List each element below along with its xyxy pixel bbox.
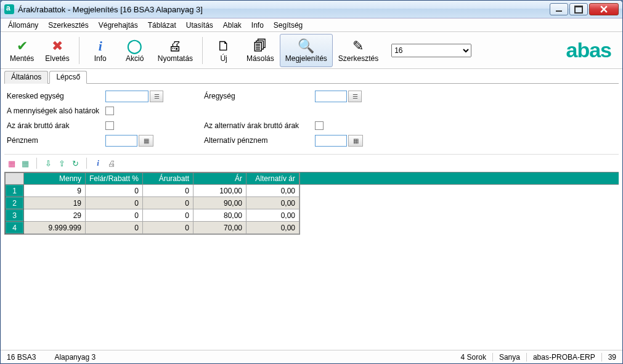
- cell-menny[interactable]: 9.999.999: [24, 222, 86, 234]
- cell-alt[interactable]: 0,00: [246, 222, 299, 234]
- new-button[interactable]: 🗋 Új: [206, 34, 241, 67]
- cell-arurabatt[interactable]: 0: [143, 197, 193, 209]
- rownum-cell[interactable]: 3: [6, 209, 24, 222]
- keresked-egyseg-picker[interactable]: ☰: [150, 91, 163, 102]
- col-ar[interactable]: Ár: [193, 173, 246, 185]
- cell-ar[interactable]: 80,00: [193, 209, 246, 222]
- maximize-button[interactable]: [569, 3, 588, 15]
- cell-felar[interactable]: 0: [86, 222, 143, 234]
- col-arurabatt[interactable]: Árurabatt: [143, 173, 193, 185]
- tab-lepcso[interactable]: Lépcső: [49, 71, 87, 84]
- menu-utasitas[interactable]: Utasítás: [181, 20, 218, 31]
- copy-button[interactable]: 🗐 Másolás: [241, 34, 280, 67]
- status-sorok: 4 Sorok: [461, 353, 486, 362]
- col-felar[interactable]: Felár/Rabatt %: [86, 173, 143, 185]
- cell-felar[interactable]: 0: [86, 209, 143, 222]
- col-menny[interactable]: Menny: [24, 173, 86, 185]
- cell-ar[interactable]: 90,00: [193, 197, 246, 209]
- table-row[interactable]: 3290080,000,00: [6, 209, 299, 222]
- rownum-cell[interactable]: 1: [6, 185, 24, 197]
- table-row[interactable]: 1900100,000,00: [6, 185, 299, 197]
- alt-penznem-input[interactable]: [315, 135, 347, 147]
- rownum-header: [6, 173, 24, 185]
- printer-icon: 🖨: [168, 38, 182, 54]
- brand-logo: abas: [566, 38, 612, 62]
- cell-menny[interactable]: 29: [24, 209, 86, 222]
- app-icon: [4, 4, 14, 14]
- record-select[interactable]: 16: [391, 44, 471, 57]
- menu-ablak[interactable]: Ablak: [218, 20, 246, 31]
- cell-menny[interactable]: 9: [24, 185, 86, 197]
- cell-felar[interactable]: 0: [86, 185, 143, 197]
- grid-add-row-icon[interactable]: ▦: [6, 157, 18, 169]
- magnifier-icon: 🔍: [298, 38, 314, 54]
- penznem-picker[interactable]: ▦: [139, 135, 153, 147]
- cell-arurabatt[interactable]: 0: [143, 209, 193, 222]
- cell-arurabatt[interactable]: 0: [143, 185, 193, 197]
- cell-menny[interactable]: 19: [24, 197, 86, 209]
- keresked-egyseg-input[interactable]: [105, 91, 149, 102]
- alt-brutto-checkbox[interactable]: [315, 121, 324, 130]
- label-penznem: Pénznem: [7, 136, 105, 145]
- close-button[interactable]: [589, 3, 619, 15]
- rownum-cell[interactable]: 4: [6, 222, 24, 234]
- penznem-input[interactable]: [105, 135, 137, 147]
- grid-info-icon[interactable]: i: [92, 157, 104, 169]
- action-icon: ◯: [127, 38, 142, 54]
- cell-ar[interactable]: 70,00: [193, 222, 246, 234]
- status-user: Sanya: [492, 353, 520, 362]
- rownum-cell[interactable]: 2: [6, 197, 24, 209]
- cell-arurabatt[interactable]: 0: [143, 222, 193, 234]
- display-button[interactable]: 🔍 Megjelenítés: [280, 34, 333, 67]
- cell-alt[interactable]: 0,00: [246, 209, 299, 222]
- mennyisegek-also-checkbox[interactable]: [105, 107, 114, 115]
- grid-import-icon[interactable]: ⇧: [55, 157, 68, 169]
- table-row[interactable]: 49.999.9990070,000,00: [6, 222, 299, 234]
- toolbar-separator: [202, 37, 203, 64]
- menu-vegrehajtas[interactable]: Végrehajtás: [94, 20, 143, 31]
- menu-szerkesztes[interactable]: Szerkesztés: [43, 20, 93, 31]
- cell-alt[interactable]: 0,00: [246, 197, 299, 209]
- alt-penznem-picker[interactable]: ▦: [348, 135, 363, 147]
- status-num: 39: [601, 353, 616, 362]
- menu-segitseg[interactable]: Segítség: [269, 20, 307, 31]
- label-alt-penznem: Alternatív pénznem: [204, 136, 315, 145]
- status-server: abas-PROBA-ERP: [526, 353, 595, 362]
- edit-button[interactable]: ✎ Szerkesztés: [333, 34, 384, 67]
- discard-button[interactable]: ✖ Elvetés: [39, 34, 75, 67]
- print-button[interactable]: 🖨 Nyomtatás: [152, 34, 198, 67]
- minimize-button[interactable]: [550, 3, 568, 15]
- grid-export-icon[interactable]: ⇩: [42, 157, 54, 169]
- label-mennyisegek-also: A mennyiségek alsó határok: [7, 107, 105, 115]
- save-button[interactable]: ✔ Mentés: [4, 34, 39, 67]
- cell-ar[interactable]: 100,00: [193, 185, 246, 197]
- status-code: 16 BSA3: [7, 353, 36, 362]
- aregyseg-picker[interactable]: ☰: [348, 91, 362, 102]
- grid-print-icon[interactable]: 🖨: [105, 157, 118, 169]
- aregyseg-input[interactable]: [315, 91, 347, 102]
- action-button[interactable]: ◯ Akció: [118, 34, 152, 67]
- grid-config-icon[interactable]: ▦: [19, 157, 31, 169]
- info-icon: i: [99, 38, 102, 54]
- arak-brutto-checkbox[interactable]: [105, 121, 114, 130]
- label-arak-brutto: Az árak bruttó árak: [7, 121, 105, 130]
- info-button[interactable]: i Info: [83, 34, 118, 67]
- grid-refresh-icon[interactable]: ↻: [69, 157, 81, 169]
- cell-felar[interactable]: 0: [86, 197, 143, 209]
- tab-altalanos[interactable]: Általános: [4, 71, 48, 84]
- grid-toolbar: ▦ ▦ ⇩ ⇧ ↻ i 🖨: [4, 154, 619, 172]
- checkmark-icon: ✔: [17, 38, 28, 54]
- menu-info[interactable]: Info: [246, 20, 269, 31]
- col-alt-ar[interactable]: Alternatív ár: [246, 173, 299, 185]
- pencil-icon: ✎: [352, 38, 364, 54]
- toolbar: ✔ Mentés ✖ Elvetés i Info ◯ Akció 🖨 Nyom…: [1, 32, 622, 69]
- record-selector[interactable]: 16: [391, 44, 471, 57]
- table-row[interactable]: 2190090,000,00: [6, 197, 299, 209]
- grid-header-fill: [300, 172, 619, 185]
- menu-allomany[interactable]: Állomány: [3, 20, 43, 31]
- copy-icon: 🗐: [253, 38, 267, 54]
- menubar: Állomány Szerkesztés Végrehajtás Tábláza…: [1, 18, 622, 32]
- data-grid[interactable]: Menny Felár/Rabatt % Árurabatt Ár Altern…: [4, 172, 300, 235]
- menu-tablazat[interactable]: Táblázat: [143, 20, 181, 31]
- cell-alt[interactable]: 0,00: [246, 185, 299, 197]
